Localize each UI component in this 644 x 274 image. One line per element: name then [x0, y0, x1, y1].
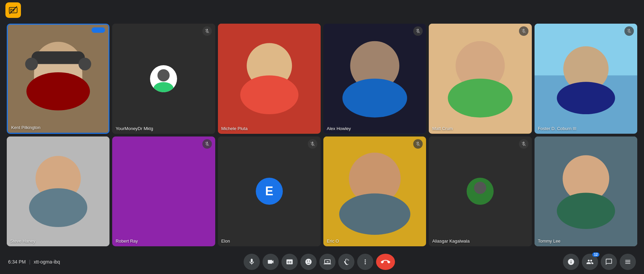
- svg-point-9: [26, 72, 90, 110]
- toolbar-center: [76, 254, 563, 270]
- participant-name-eric: Eric O: [327, 239, 339, 244]
- svg-rect-2: [10, 10, 12, 11]
- meeting-divider: |: [29, 259, 30, 265]
- participant-name-elon: Elon: [221, 239, 230, 244]
- mic-off-icon-foster: [624, 26, 634, 36]
- participant-tile-michele[interactable]: Michele Pluta: [218, 24, 321, 134]
- svg-rect-10: [31, 51, 85, 64]
- participant-tile-steve[interactable]: Steve Haney: [7, 136, 109, 247]
- participant-name-matt: Matt Crum: [432, 126, 453, 131]
- participant-name-tommy: Tommy Lee: [538, 239, 561, 244]
- svg-point-33: [339, 193, 411, 235]
- camera-button[interactable]: [263, 254, 279, 270]
- participant-tile-tommy[interactable]: Tommy Lee: [535, 136, 637, 247]
- svg-point-38: [557, 193, 615, 229]
- participants-button-wrapper: 12: [582, 254, 598, 270]
- toolbar-right: 12: [563, 254, 636, 270]
- svg-point-30: [29, 188, 87, 227]
- main-content: Kent Pilkington YourMoneyDr Mktg Michele…: [0, 20, 644, 250]
- info-button[interactable]: [563, 254, 579, 270]
- bottom-bar: 6:34 PM | xtt-ogma-ibq: [0, 250, 644, 274]
- participant-tile-robert[interactable]: Robert Ray: [112, 136, 215, 247]
- participant-tile-elon[interactable]: EElon: [218, 136, 321, 247]
- participant-name-foster: Foster D. Coburn III: [538, 126, 576, 131]
- participant-tile-yourmoneydr[interactable]: YourMoneyDr Mktg: [112, 24, 215, 134]
- present-button[interactable]: [319, 254, 336, 270]
- mic-off-icon-elon: [308, 139, 317, 149]
- svg-point-11: [25, 58, 38, 71]
- participant-name-yourmoneydr: YourMoneyDr Mktg: [116, 126, 153, 131]
- participant-tile-matt[interactable]: Matt Crum: [429, 24, 531, 134]
- chat-button[interactable]: [601, 254, 617, 270]
- participants-badge: 12: [592, 252, 599, 257]
- svg-point-23: [448, 79, 513, 118]
- participant-name-kent: Kent Pilkington: [11, 125, 41, 130]
- meeting-info: 6:34 PM | xtt-ogma-ibq: [8, 259, 76, 265]
- participant-tile-eric[interactable]: Eric O: [323, 136, 426, 247]
- svg-point-14: [153, 82, 174, 92]
- participant-name-michele: Michele Pluta: [221, 126, 248, 131]
- more-options-button[interactable]: [357, 254, 373, 270]
- svg-point-27: [557, 82, 615, 114]
- mic-off-icon-eric: [413, 139, 423, 149]
- svg-point-34: [474, 182, 486, 194]
- mic-off-icon-robert: [202, 139, 212, 149]
- participants-grid: Kent Pilkington YourMoneyDr Mktg Michele…: [7, 24, 637, 246]
- participant-tile-alex[interactable]: Alex Howley: [323, 24, 426, 134]
- meeting-id: xtt-ogma-ibq: [34, 259, 60, 265]
- participant-name-steve: Steve Haney: [10, 239, 35, 244]
- mic-off-icon-yourmoneydr: [202, 26, 212, 36]
- svg-point-20: [342, 79, 407, 118]
- meeting-time: 6:34 PM: [8, 259, 26, 265]
- activities-button[interactable]: [620, 254, 636, 270]
- raise-hand-button[interactable]: [338, 254, 354, 270]
- participant-name-robert: Robert Ray: [116, 239, 138, 244]
- mic-off-icon-matt: [519, 26, 528, 36]
- participant-name-aliasgar: Aliasgar Kagalwala: [432, 239, 470, 244]
- captions-button[interactable]: [281, 254, 298, 270]
- svg-point-35: [470, 195, 490, 205]
- app-logo: [5, 2, 21, 18]
- end-call-button[interactable]: [376, 254, 395, 270]
- emoji-button[interactable]: [300, 254, 317, 270]
- svg-point-17: [240, 75, 298, 114]
- mic-button[interactable]: [244, 254, 260, 270]
- top-bar: [0, 0, 644, 20]
- svg-point-12: [78, 58, 91, 71]
- svg-point-13: [157, 69, 170, 81]
- participant-tile-kent[interactable]: Kent Pilkington: [7, 24, 109, 134]
- participant-name-alex: Alex Howley: [327, 126, 351, 131]
- svg-rect-1: [10, 9, 13, 10]
- participant-tile-foster[interactable]: Foster D. Coburn III: [535, 24, 637, 134]
- speaking-indicator-kent: [92, 27, 105, 33]
- participant-tile-aliasgar[interactable]: Aliasgar Kagalwala: [429, 136, 531, 247]
- mic-off-icon-aliasgar: [519, 139, 528, 149]
